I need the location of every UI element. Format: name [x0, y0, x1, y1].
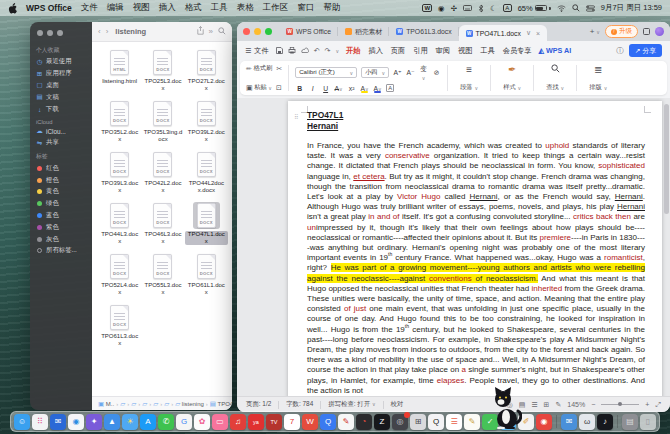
sidebar-item[interactable]: 灰色 [30, 233, 92, 245]
dock-icon-calendar[interactable]: 7 [284, 414, 300, 430]
dock-icon-mail-app[interactable]: ✉ [50, 414, 66, 430]
ribbon-tab-6[interactable]: 工具 [480, 46, 494, 56]
battery-indicator[interactable]: 65% [518, 4, 551, 13]
menu-item-6[interactable]: 工具 [211, 2, 228, 14]
finder-traffic-lights[interactable] [30, 27, 92, 42]
word-count[interactable]: 字数: 784 [286, 400, 313, 409]
web-view-icon[interactable]: ⊞ [544, 401, 550, 409]
spellcheck-toggle[interactable]: 拼写检查: 打开 ∨ [328, 400, 375, 409]
zoom-slider[interactable] [601, 404, 639, 405]
underline-button[interactable]: U [321, 85, 330, 92]
file-item[interactable]: DOCXTPO44L3.docx [98, 199, 141, 250]
dock-icon-launchpad[interactable]: ⠿ [32, 414, 48, 430]
info-icon[interactable]: ⓘ [616, 46, 624, 56]
path-segment[interactable]: ▱ [142, 400, 147, 408]
dock-icon-calculator[interactable]: ⊞ [410, 414, 426, 430]
file-item[interactable]: DOCXTPO46L3.docx [141, 199, 184, 250]
menu-item-10[interactable]: 帮助 [323, 2, 340, 14]
dock-icon-blue-round-app[interactable]: Q [320, 414, 336, 430]
italic-button[interactable]: I [308, 85, 317, 92]
sidebar-item[interactable]: 蓝色 [30, 210, 92, 222]
sidebar-item[interactable]: ⇋共享 [30, 137, 92, 149]
menu-item-4[interactable]: 插入 [159, 2, 176, 14]
ribbon-tab-5[interactable]: 视图 [458, 46, 472, 56]
dock-icon-finder[interactable]: ☺ [14, 414, 30, 430]
menu-item-8[interactable]: 工作区 [263, 2, 289, 14]
menu-item-9[interactable]: 窗口 [297, 2, 314, 14]
font-size-select[interactable]: 小四∨ [361, 67, 389, 78]
record-icon[interactable]: ◉ [438, 4, 445, 13]
file-item[interactable]: DOCXTPO35L2.docx [98, 97, 141, 148]
file-item[interactable]: DOCXTPO52L4.docx [98, 250, 141, 301]
keyboard-icon[interactable] [463, 5, 472, 11]
dock-icon-pencil-app[interactable]: ✎ [338, 414, 354, 430]
sidebar-item[interactable]: 红色 [30, 162, 92, 174]
sidebar-item[interactable]: 黄色 [30, 186, 92, 198]
doc-body-text[interactable]: In France, you have the French academy, … [307, 141, 645, 396]
path-segment[interactable]: ▤ TPO47L1.docx [210, 400, 232, 408]
proofread-button[interactable]: 校对 [391, 400, 404, 409]
file-item[interactable]: DOCXTPO61L1.docx [185, 250, 228, 301]
dock-icon-settings-app[interactable]: ◎ [392, 414, 408, 430]
sidebar-item[interactable]: 绿色 [30, 198, 92, 210]
edit-mode-icon[interactable]: ✎ [555, 401, 561, 409]
path-segment[interactable]: ▱ [120, 400, 125, 408]
dock-icon-wps[interactable]: W [302, 414, 318, 430]
dock-icon-camera-app[interactable]: ◉ [536, 414, 552, 430]
dock-icon-wechat[interactable]: ✆ [158, 414, 174, 430]
dock-icon-red-video-app[interactable]: ya [248, 414, 264, 430]
upgrade-button[interactable]: !升级 [605, 25, 638, 38]
dock-icon-bilibili[interactable]: ▭ [212, 414, 228, 430]
sidebar-item[interactable]: ▢桌面 [30, 80, 92, 92]
increase-font-button[interactable]: A⁺ [393, 69, 402, 77]
new-tab-button[interactable]: + ∨ [590, 27, 600, 36]
sidebar-item[interactable]: ↓下载 [30, 103, 92, 115]
dock-icon-chrome[interactable]: G [176, 414, 192, 430]
ribbon-tab-3[interactable]: 引用 [413, 46, 427, 56]
dock-icon-notes-app[interactable]: ✎ [464, 414, 480, 430]
ribbon-tab-4[interactable]: 审阅 [436, 46, 450, 56]
paragraph-group-button[interactable]: ≡ 段落∨ [454, 64, 484, 92]
finder-search-icon[interactable] [218, 27, 226, 37]
bold-button[interactable]: B [295, 85, 304, 92]
vertical-scrollbar[interactable] [664, 104, 669, 214]
file-item[interactable]: DOCXTPO35L3ing.docx [141, 97, 184, 148]
dock-icon-mountain-app[interactable]: ▲ [104, 414, 120, 430]
sidebar-item[interactable]: ☁iClou... [30, 126, 92, 137]
dock-icon-radio-widget[interactable]: ▤ [622, 414, 638, 430]
wps-tab[interactable]: WWPS Office [279, 22, 338, 41]
qat-chevron-icon[interactable]: ∨ [335, 48, 339, 54]
path-segment[interactable]: ▱ [153, 400, 158, 408]
dock-icon-safari[interactable]: ◉ [68, 414, 84, 430]
menu-item-2[interactable]: 编辑 [107, 2, 124, 14]
bluetooth-icon[interactable] [478, 4, 484, 13]
sidebar-item[interactable]: ⊞应用程序 [30, 68, 92, 80]
dock-icon-app-store[interactable]: A [140, 414, 156, 430]
back-button[interactable]: ‹ [98, 27, 101, 36]
zoom-out-button[interactable]: − [591, 401, 595, 408]
file-item[interactable]: DOCXTPO25L3.docx [141, 46, 184, 97]
sidebar-item[interactable]: 所有标签... [30, 245, 92, 257]
file-item[interactable]: DOCXTPO27L2.docx [185, 46, 228, 97]
file-item[interactable]: DOCXTPO47L1.docx [185, 199, 228, 250]
outline-view-icon[interactable]: ☰ [531, 401, 537, 409]
compose-group-button[interactable]: ≣ 排版∨ [583, 64, 613, 92]
dock-icon-trash[interactable]: ▯ [640, 414, 656, 430]
path-segment[interactable]: ▱ [164, 400, 169, 408]
input-method-icon[interactable]: A [503, 4, 512, 12]
moon-icon[interactable]: ☾ [490, 4, 497, 13]
dock-icon-weather[interactable]: ☀ [122, 414, 138, 430]
copy-icon[interactable]: ⊡ [276, 84, 282, 92]
styles-group-button[interactable]: ✒ 样式∨ [497, 64, 527, 92]
w-widget-icon[interactable]: W [422, 4, 432, 12]
tab-chevron-icon[interactable]: ∨ [526, 29, 531, 37]
file-menu[interactable]: ☰文件 [245, 46, 269, 56]
menu-item-0[interactable]: WPS Office [26, 3, 72, 13]
file-item[interactable]: DOCXTPO42L2.docx [141, 148, 184, 199]
document-page[interactable]: ⠿ TPO47L1 Hernani In France, you have th… [288, 101, 662, 396]
format-painter-button[interactable]: ✏格式刷 [246, 64, 272, 73]
dock-icon-reminders[interactable]: ☰ [446, 414, 462, 430]
export-icon[interactable] [301, 47, 309, 55]
sidebar-item[interactable]: 紫色 [30, 221, 92, 233]
menu-item-5[interactable]: 格式 [185, 2, 202, 14]
